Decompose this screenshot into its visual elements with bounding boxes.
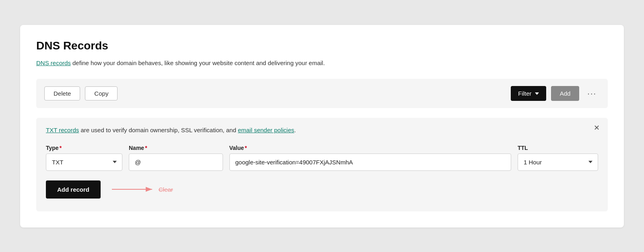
value-group: Value* [229, 145, 512, 171]
toolbar-left: Delete Copy [44, 86, 118, 100]
type-group: Type* TXT A CNAME MX [46, 145, 122, 171]
copy-button[interactable]: Copy [85, 86, 118, 100]
banner-text: TXT records are used to verify domain ow… [46, 126, 598, 135]
close-banner-button[interactable]: ✕ [594, 124, 600, 131]
ttl-select[interactable]: 1 Hour 30 Minutes 1 Day [518, 154, 598, 171]
name-group: Name* [129, 145, 223, 171]
info-banner: TXT records are used to verify domain ow… [36, 118, 608, 211]
form-row: Type* TXT A CNAME MX Name* Value* [46, 145, 598, 171]
ttl-select-wrapper: 1 Hour 30 Minutes 1 Day [518, 154, 598, 171]
delete-button[interactable]: Delete [44, 86, 80, 100]
name-label: Name* [129, 145, 223, 151]
type-select-wrapper: TXT A CNAME MX [46, 154, 122, 171]
value-label: Value* [229, 145, 512, 151]
ttl-group: TTL 1 Hour 30 Minutes 1 Day [518, 145, 598, 171]
bottom-row: Add record Clear [46, 180, 598, 199]
toolbar-right: Filter Add ··· [511, 86, 600, 101]
arrow-clear-container: Clear [112, 184, 173, 194]
clear-button[interactable]: Clear [159, 186, 173, 193]
toolbar: Delete Copy Filter Add ··· [36, 79, 608, 108]
chevron-down-icon [535, 92, 539, 95]
txt-records-link[interactable]: TXT records [46, 127, 79, 133]
type-label: Type* [46, 145, 122, 151]
description: DNS records define how your domain behav… [36, 59, 608, 68]
more-options-button[interactable]: ··· [584, 87, 600, 100]
email-sender-policies-link[interactable]: email sender policies [238, 127, 294, 133]
ttl-label: TTL [518, 145, 598, 151]
dns-records-card: DNS Records DNS records define how your … [20, 25, 624, 227]
arrow-svg [112, 184, 156, 194]
type-select[interactable]: TXT A CNAME MX [46, 154, 122, 171]
value-input[interactable] [229, 154, 512, 171]
filter-button[interactable]: Filter [511, 86, 546, 101]
add-record-button[interactable]: Add record [46, 180, 101, 199]
name-input[interactable] [129, 154, 223, 171]
dns-records-link[interactable]: DNS records [36, 59, 71, 66]
add-button[interactable]: Add [551, 86, 580, 101]
page-title: DNS Records [36, 39, 608, 52]
